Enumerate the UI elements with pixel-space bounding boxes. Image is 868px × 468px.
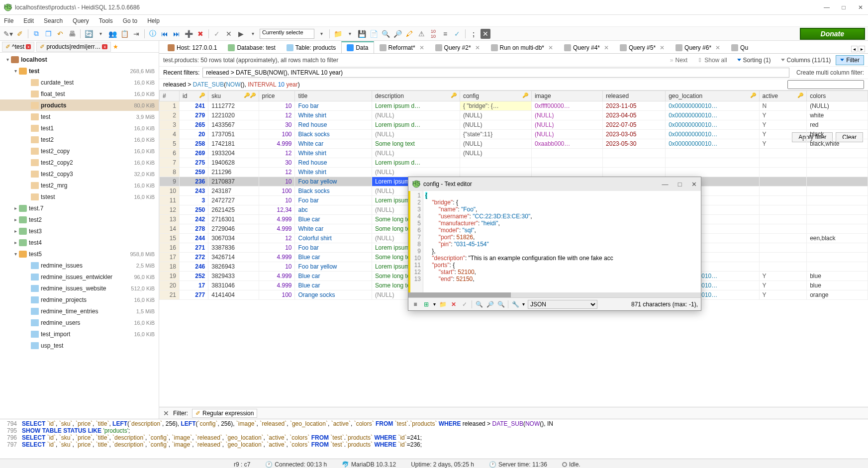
popup-title-bar[interactable]: HS config - Text editor — □ ✕ [408, 177, 701, 191]
close-filter-icon[interactable]: ✕ [163, 409, 169, 417]
menu-query[interactable]: Query [73, 17, 89, 24]
menu-search[interactable]: Search [44, 17, 63, 24]
semicolon-icon[interactable]: ; [469, 29, 479, 39]
menu-tools[interactable]: Tools [99, 17, 113, 24]
column-header[interactable]: geo_location🔑 [666, 91, 759, 101]
column-header[interactable]: config🔑 [460, 91, 531, 101]
flush-icon[interactable]: 📋 [119, 29, 129, 39]
prev-icon[interactable]: ⏮ [160, 29, 170, 39]
refresh-icon[interactable]: 🔄 [84, 29, 94, 39]
tree-item[interactable]: ▸test2 [0, 214, 159, 225]
warning-icon[interactable]: ⚠ [416, 29, 426, 39]
content-tab[interactable]: Query #5*✕ [614, 42, 670, 53]
content-tab[interactable]: Run on multi-db*✕ [485, 42, 559, 53]
session-tab[interactable]: ✐ products|redmi|err… x [36, 42, 110, 52]
format-icon[interactable]: ✓ [452, 29, 462, 39]
run-icon[interactable]: ▶ [236, 29, 246, 39]
content-tab[interactable]: Qu [726, 42, 754, 53]
close-icon[interactable]: ✕ [660, 44, 665, 51]
wrap-icon[interactable]: ≡ [411, 301, 419, 308]
tree-item[interactable]: redmine_issues_website512,0 KiB [0, 282, 159, 294]
folder-icon[interactable]: 📁 [333, 29, 343, 39]
user-manager-icon[interactable]: 👥 [107, 29, 117, 39]
wrench-icon[interactable]: 🔧 [511, 301, 519, 308]
next-icon[interactable]: ⏭ [172, 29, 182, 39]
content-tab[interactable]: Host: 127.0.0.1 [162, 42, 222, 53]
binary-icon[interactable]: 1010 [428, 29, 438, 39]
tree-item[interactable]: test_import16,0 KiB [0, 328, 159, 340]
tree-item[interactable]: usp_test [0, 340, 159, 351]
zoom-in-icon[interactable]: 🔍 [497, 301, 505, 308]
content-tab[interactable]: Query #4*✕ [559, 42, 614, 53]
table-row[interactable]: 5 258 1742181 4.999 White car Some long … [160, 139, 868, 149]
tree-item[interactable]: ▸test.7 [0, 202, 159, 214]
tree-item[interactable]: test216,0 KiB [0, 134, 159, 145]
column-header[interactable]: price [259, 91, 295, 101]
sorting-dropdown[interactable]: Sorting (1) [737, 57, 771, 64]
column-header[interactable]: sku🔑🔑 [208, 91, 259, 101]
tree-item[interactable]: ▾localhost [0, 54, 159, 65]
table-row[interactable]: 6 269 1933204 12 White shirt (NULL) (NUL… [160, 149, 868, 158]
tree-item[interactable]: curdate_test16,0 KiB [0, 77, 159, 88]
check-icon[interactable]: ✓ [212, 29, 222, 39]
column-header[interactable]: image [531, 91, 602, 101]
content-tab[interactable]: Table: products [281, 42, 341, 53]
highlighter-icon[interactable]: 🖍 [404, 29, 414, 39]
export-icon[interactable]: ⇥ [131, 29, 141, 39]
tree-item[interactable]: redmine_users16,0 KiB [0, 317, 159, 328]
close-icon[interactable]: ✕ [548, 44, 553, 51]
content-tab[interactable]: Query #6*✕ [670, 42, 726, 53]
popup-maximize-button[interactable]: □ [678, 181, 682, 188]
undo-icon[interactable]: ↶ [55, 29, 65, 39]
close-button[interactable]: ✕ [857, 4, 864, 11]
columns-dropdown[interactable]: Columns (11/11) [781, 57, 831, 64]
find-replace-icon[interactable]: 🔎 [392, 29, 402, 39]
column-header[interactable]: active🔑 [759, 91, 807, 101]
tree-item[interactable]: products80,0 KiB [0, 99, 159, 111]
donate-button[interactable]: Donate [800, 28, 865, 40]
tree-item[interactable]: float_test16,0 KiB [0, 88, 159, 99]
stop-icon[interactable]: ✕ [481, 29, 490, 39]
tree-item[interactable]: redmine_issues2,5 MiB [0, 260, 159, 271]
zoom-out-icon[interactable]: 🔍 [475, 301, 483, 308]
show-all-button[interactable]: ⇕Show all [697, 57, 727, 64]
menu-file[interactable]: File [4, 17, 13, 24]
popup-close-button[interactable]: ✕ [691, 181, 697, 188]
multi-column-input[interactable] [787, 80, 864, 89]
tree-item[interactable]: tstest16,0 KiB [0, 191, 159, 202]
menu-edit[interactable]: Edit [23, 17, 34, 24]
maximize-button[interactable]: □ [840, 4, 847, 11]
table-row[interactable]: 8 259 211296 12 White shirt (NULL) [160, 168, 868, 177]
windows-icon[interactable]: ⊞ [422, 301, 430, 308]
tree-item[interactable]: test2_mrg16,0 KiB [0, 180, 159, 191]
tree-item[interactable]: ▾test5958,8 MiB [0, 248, 159, 260]
tree-item[interactable]: redmine_projects16,0 KiB [0, 294, 159, 305]
sql-log[interactable]: 794SELECT `id`, `sku`, `price`, `title`,… [0, 419, 868, 459]
popup-hscrollbar[interactable] [408, 292, 701, 297]
find-icon[interactable]: 🔍 [381, 29, 390, 39]
table-row[interactable]: 3 265 1433567 30 Red house Lorem ipsum d… [160, 120, 868, 130]
db-tree[interactable]: ▾localhost▾test268,6 MiBcurdate_test16,0… [0, 53, 159, 419]
column-header[interactable]: colors [807, 91, 868, 101]
content-tab[interactable]: Data [341, 41, 374, 53]
tree-item[interactable]: test2_copy332,0 KiB [0, 168, 159, 180]
close-icon[interactable]: x [26, 44, 31, 49]
tree-item[interactable]: ▾test268,6 MiB [0, 65, 159, 77]
tab-scroll-right[interactable]: ▸ [859, 46, 865, 52]
recent-filter-combo[interactable]: released > DATE_SUB(NOW(), INTERVAL 10 y… [202, 68, 789, 78]
column-header[interactable]: description🔑 [372, 91, 460, 101]
menu-help[interactable]: Help [147, 17, 160, 24]
close-icon[interactable]: x [102, 44, 107, 49]
zoom-reset-icon[interactable]: 🔎 [486, 301, 494, 308]
run-target-combo[interactable]: Currently selecte [260, 29, 314, 39]
run-combo-dropdown[interactable]: ▾ [316, 29, 326, 39]
tree-item[interactable]: redmine_issues_entwickler96,0 KiB [0, 271, 159, 282]
save-icon[interactable]: 💾 [357, 29, 367, 39]
tree-item[interactable]: test2_copy216,0 KiB [0, 157, 159, 168]
minimize-button[interactable]: — [823, 4, 830, 11]
help-icon[interactable]: ⓘ [148, 29, 158, 39]
text-editor-popup[interactable]: HS config - Text editor — □ ✕ 1234567891… [408, 177, 701, 311]
content-tab[interactable]: Database: test [222, 42, 281, 53]
popup-minimize-button[interactable]: — [662, 181, 668, 188]
session-tab[interactable]: ✐ ^test x [2, 42, 34, 52]
